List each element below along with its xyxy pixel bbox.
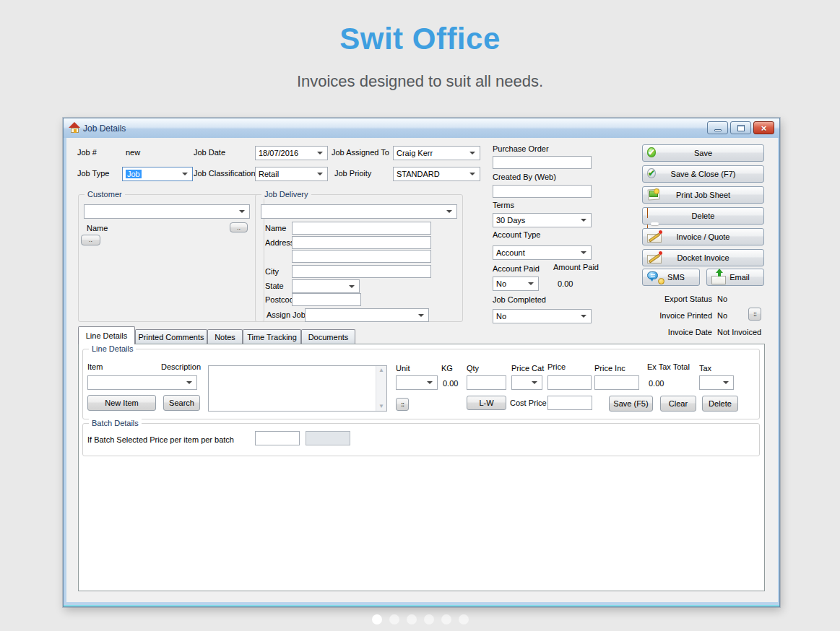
account-type-label: Account Type <box>493 230 540 239</box>
save-f5-button[interactable]: Save (F5) <box>609 396 653 412</box>
job-completed-label: Job Completed <box>493 295 546 304</box>
job-priority-combo[interactable]: STANDARD <box>393 167 480 181</box>
delete-icon <box>647 209 662 224</box>
description-textarea[interactable]: ▲▼ <box>208 365 387 412</box>
price-inc-label: Price Inc <box>594 364 625 373</box>
delivery-city-input[interactable] <box>292 265 431 278</box>
purchase-order-label: Purchase Order <box>493 144 549 153</box>
customer-combo[interactable] <box>84 204 250 219</box>
qty-input[interactable] <box>467 375 506 390</box>
new-item-button[interactable]: New Item <box>87 395 156 411</box>
job-type-combo[interactable]: Job <box>122 167 193 181</box>
purchase-order-input[interactable] <box>493 156 592 169</box>
sms-button[interactable]: SMS <box>642 269 700 286</box>
delete-button[interactable]: Delete <box>642 207 764 225</box>
account-paid-combo[interactable]: No <box>493 277 539 291</box>
carousel-dot-1[interactable] <box>372 614 382 625</box>
line-details-group-label: Line Details <box>89 344 136 353</box>
sms-icon <box>647 270 665 285</box>
delivery-address-input[interactable] <box>292 236 431 249</box>
carousel-dots <box>0 614 840 625</box>
hero-section: Swit Office Invoices designed to suit al… <box>0 0 840 91</box>
print-job-sheet-icon <box>647 188 662 203</box>
customer-name-browse-button[interactable]: .. <box>81 235 100 245</box>
job-classification-combo[interactable]: Retail <box>255 167 328 181</box>
export-status-label: Export Status <box>623 295 712 303</box>
tab-notes[interactable]: Notes <box>207 329 243 344</box>
unit-combo[interactable] <box>396 375 438 390</box>
carousel-dot-2[interactable] <box>389 614 399 625</box>
terms-label: Terms <box>493 201 514 209</box>
carousel-dot-3[interactable] <box>407 614 417 625</box>
description-label: Description <box>161 362 201 371</box>
price-input[interactable] <box>547 375 592 390</box>
grid-options-button[interactable]: :: <box>748 308 761 321</box>
kg-value: 0.00 <box>443 379 458 388</box>
created-by-input[interactable] <box>493 185 592 198</box>
batch-details-group-label: Batch Details <box>89 419 142 427</box>
tab-time-tracking[interactable]: Time Tracking <box>243 329 301 344</box>
batch-hint-label: If Batch Selected Price per item per bat… <box>87 435 234 444</box>
cost-price-input[interactable] <box>547 396 592 410</box>
created-by-label: Created By (Web) <box>493 173 556 181</box>
tax-combo[interactable] <box>699 375 734 390</box>
close-icon: × <box>761 123 767 134</box>
scroll-down-icon: ▼ <box>378 404 384 409</box>
save-close-button[interactable]: ✔ Save & Close (F7) <box>642 165 764 183</box>
email-button[interactable]: Email <box>706 269 764 286</box>
window-titlebar[interactable]: Job Details × <box>64 118 779 138</box>
textarea-scrollbar[interactable]: ▲▼ <box>376 366 386 411</box>
job-date-combo[interactable]: 18/07/2016 <box>255 146 328 160</box>
carousel-dot-5[interactable] <box>441 614 451 625</box>
window-client-area: Job # new Job Date 18/07/2016 Job Assign… <box>66 138 778 602</box>
close-button[interactable]: × <box>753 121 774 134</box>
kg-label: KG <box>441 364 453 373</box>
amount-paid-value: 0.00 <box>558 279 573 288</box>
home-icon <box>69 122 81 134</box>
search-button[interactable]: Search <box>163 395 200 411</box>
invoice-quote-button[interactable]: Invoice / Quote <box>642 228 764 245</box>
item-combo[interactable] <box>87 375 197 390</box>
save-button[interactable]: ✔ Save <box>642 144 764 162</box>
price-label: Price <box>547 362 566 371</box>
job-date-label: Job Date <box>194 148 225 157</box>
price-inc-input[interactable] <box>594 375 639 390</box>
batch-price-input[interactable] <box>255 431 300 445</box>
delivery-name-input[interactable] <box>292 222 431 235</box>
account-type-combo[interactable]: Account <box>493 245 592 260</box>
terms-combo[interactable]: 30 Days <box>493 213 592 227</box>
delivery-state-label: State <box>265 282 284 290</box>
job-classification-label: Job Classification <box>194 169 256 178</box>
clear-button[interactable]: Clear <box>660 396 696 412</box>
customer-group-label: Customer <box>85 190 125 199</box>
job-assigned-label: Job Assigned To <box>332 148 389 157</box>
line-grid-button[interactable]: :: <box>396 398 409 411</box>
delivery-address2-input[interactable] <box>292 250 431 263</box>
tab-line-details[interactable]: Line Details <box>78 326 135 344</box>
cost-price-label: Cost Price <box>510 399 547 407</box>
delivery-state-combo[interactable] <box>292 279 360 293</box>
print-job-sheet-button[interactable]: Print Job Sheet <box>642 186 764 204</box>
ex-tax-total-value: 0.00 <box>649 379 664 388</box>
job-completed-combo[interactable]: No <box>493 309 592 323</box>
price-cat-combo[interactable] <box>511 375 542 390</box>
customer-browse-button[interactable]: .. <box>230 222 248 232</box>
carousel-dot-6[interactable] <box>459 614 469 625</box>
carousel-dot-4[interactable] <box>424 614 434 625</box>
tab-printed-comments[interactable]: Printed Comments <box>135 329 207 344</box>
minimize-button[interactable] <box>707 121 728 134</box>
job-details-window: Job Details × Job # new Job Date 18/07/2… <box>63 118 780 607</box>
delivery-postcode-input[interactable] <box>292 293 361 306</box>
email-icon <box>711 270 727 285</box>
job-assigned-combo[interactable]: Craig Kerr <box>393 146 480 160</box>
tab-documents[interactable]: Documents <box>301 329 355 344</box>
line-delete-button[interactable]: Delete <box>702 396 738 412</box>
item-label: Item <box>87 362 103 371</box>
maximize-icon <box>737 125 745 131</box>
assign-job-combo[interactable] <box>305 308 429 322</box>
customer-name-label: Name <box>87 224 108 232</box>
maximize-button[interactable] <box>730 121 751 134</box>
docket-invoice-button[interactable]: Docket Invoice <box>642 249 764 266</box>
delivery-combo[interactable] <box>261 204 457 219</box>
lw-button[interactable]: L-W <box>467 396 506 410</box>
